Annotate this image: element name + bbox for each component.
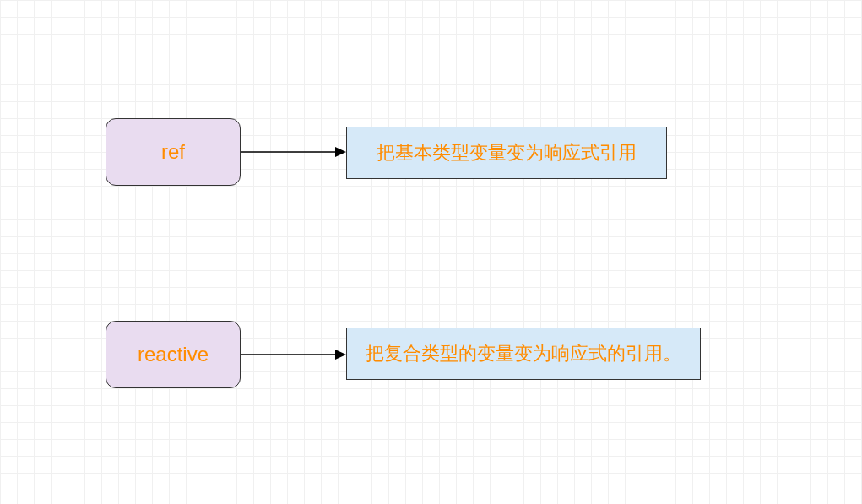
ref-node[interactable]: ref	[106, 118, 241, 186]
svg-marker-3	[335, 350, 346, 360]
ref-description-text: 把基本类型变量变为响应式引用	[377, 140, 637, 165]
arrow-reactive-icon	[241, 346, 350, 363]
reactive-description-node[interactable]: 把复合类型的变量变为响应式的引用。	[346, 328, 701, 380]
ref-description-node[interactable]: 把基本类型变量变为响应式引用	[346, 127, 667, 179]
reactive-description-text: 把复合类型的变量变为响应式的引用。	[366, 341, 681, 366]
svg-marker-1	[335, 147, 346, 157]
arrow-ref-icon	[241, 144, 350, 160]
reactive-label: reactive	[138, 343, 209, 366]
reactive-node[interactable]: reactive	[106, 321, 241, 388]
ref-label: ref	[161, 140, 185, 164]
